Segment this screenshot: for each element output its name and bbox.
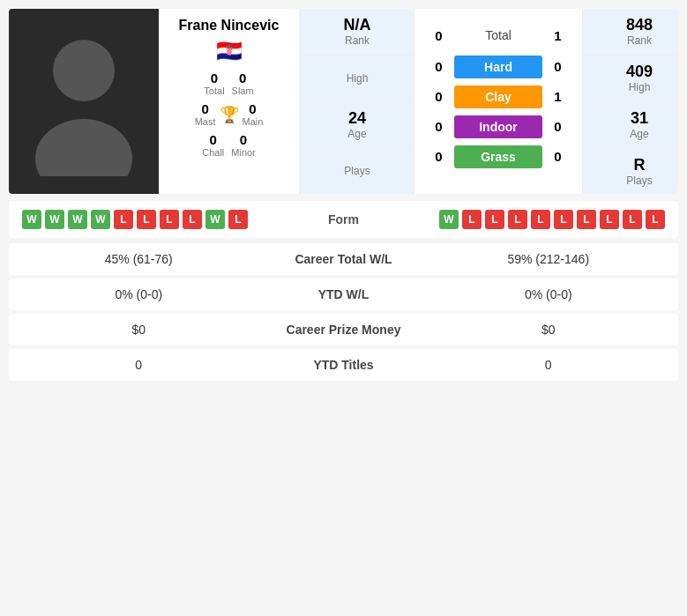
ytd-wl-right: 0% (0-0) xyxy=(432,287,666,301)
career-prize-right: $0 xyxy=(432,323,666,337)
ytd-wl-row: 0% (0-0) YTD W/L 0% (0-0) xyxy=(9,278,678,310)
form-badge: L xyxy=(646,210,665,229)
right-age-label: Age xyxy=(630,128,648,140)
grass-left-score: 0 xyxy=(423,149,454,164)
left-slam-value: 0 xyxy=(232,71,254,85)
left-main-value: 0 xyxy=(243,101,264,116)
form-badge: W xyxy=(91,210,110,229)
left-age-label: Age xyxy=(347,128,366,140)
form-badge: L xyxy=(623,210,642,229)
left-chall-value: 0 xyxy=(202,132,224,147)
ytd-titles-left: 0 xyxy=(22,358,256,372)
form-badge: W xyxy=(68,210,87,229)
right-form: WLLLLLLLLL xyxy=(397,210,666,229)
career-wl-label: Career Total W/L xyxy=(256,252,432,266)
left-chall-label: Chall xyxy=(202,147,224,158)
clay-button: Clay xyxy=(454,85,542,108)
ytd-titles-label: YTD Titles xyxy=(256,358,432,372)
right-high-value: 409 xyxy=(626,63,653,81)
total-right-score: 1 xyxy=(542,28,573,43)
left-plays-item: Plays xyxy=(301,148,414,194)
career-wl-row: 45% (61-76) Career Total W/L 59% (212-14… xyxy=(9,243,678,275)
right-age-value: 31 xyxy=(631,109,648,128)
surface-comparison: 0 Total 1 0 Hard 0 0 Clay 1 0 Indoor 0 xyxy=(414,9,582,194)
left-main-label: Main xyxy=(243,116,264,127)
career-prize-label: Career Prize Money xyxy=(256,323,432,337)
total-row: 0 Total 1 xyxy=(423,28,573,43)
left-player-photo xyxy=(9,9,159,194)
form-badge: W xyxy=(45,210,64,229)
clay-left-score: 0 xyxy=(423,89,454,104)
left-rank-item: N/A Rank xyxy=(301,9,414,56)
left-player-flag: 🇭🇷 xyxy=(216,39,243,63)
left-mast-value: 0 xyxy=(195,101,216,116)
form-badge: L xyxy=(160,210,179,229)
form-label: Form xyxy=(291,212,397,226)
form-badge: W xyxy=(205,210,225,229)
indoor-button: Indoor xyxy=(454,115,542,138)
right-rank-label: Rank xyxy=(627,34,652,47)
form-badge: L xyxy=(531,210,550,229)
left-minor-value: 0 xyxy=(231,132,256,147)
form-badge: L xyxy=(228,210,248,229)
grass-row: 0 Grass 0 xyxy=(423,145,573,168)
career-wl-right: 59% (212-146) xyxy=(432,252,666,266)
form-badge: L xyxy=(577,210,596,229)
ytd-titles-right: 0 xyxy=(432,358,666,372)
form-badge: L xyxy=(114,210,133,229)
hard-right-score: 0 xyxy=(542,59,573,74)
form-badge: L xyxy=(554,210,573,229)
left-total-value: 0 xyxy=(204,71,224,85)
left-age-item: 24 Age xyxy=(301,102,414,149)
form-badge: W xyxy=(439,210,459,229)
career-prize-left: $0 xyxy=(22,323,256,337)
form-badge: L xyxy=(485,210,504,229)
right-age-item: 31 Age xyxy=(583,102,678,149)
total-left-score: 0 xyxy=(423,28,454,43)
right-high-item: 409 High xyxy=(583,56,678,102)
indoor-left-score: 0 xyxy=(423,119,454,134)
right-plays-item: R Plays xyxy=(583,148,678,194)
left-stats-panel: N/A Rank High 24 Age Plays xyxy=(300,9,414,194)
clay-right-score: 1 xyxy=(542,89,573,104)
ytd-wl-label: YTD W/L xyxy=(256,287,432,301)
total-label: Total xyxy=(454,28,542,42)
main-container: Frane Nincevic 🇭🇷 0 Total 0 Slam 0 M xyxy=(0,0,687,393)
clay-row: 0 Clay 1 xyxy=(423,85,573,108)
left-rank-label: Rank xyxy=(345,34,370,47)
hard-row: 0 Hard 0 xyxy=(423,56,573,78)
right-rank-value: 848 xyxy=(626,16,653,34)
grass-button: Grass xyxy=(454,145,542,168)
left-player-name: Frane Nincevic xyxy=(179,18,280,33)
left-form: WWWWLLLLWL xyxy=(22,210,291,229)
right-plays-label: Plays xyxy=(626,174,652,187)
form-badge: L xyxy=(137,210,156,229)
svg-point-1 xyxy=(35,119,132,176)
grass-right-score: 0 xyxy=(542,149,573,164)
right-rank-item: 848 Rank xyxy=(583,9,678,56)
form-section: WWWWLLLLWL Form WLLLLLLLLL xyxy=(9,201,678,238)
right-high-label: High xyxy=(629,81,651,93)
left-high-label: High xyxy=(347,72,369,85)
form-badge: L xyxy=(462,210,482,229)
right-stats-panel: 848 Rank 409 High 31 Age R Plays xyxy=(582,9,678,194)
ytd-wl-left: 0% (0-0) xyxy=(22,287,256,301)
left-mast-label: Mast xyxy=(195,116,216,127)
left-age-value: 24 xyxy=(348,109,366,128)
form-badge: L xyxy=(508,210,527,229)
ytd-titles-row: 0 YTD Titles 0 xyxy=(9,349,678,381)
left-player-info: Frane Nincevic 🇭🇷 0 Total 0 Slam 0 M xyxy=(159,9,300,194)
career-wl-left: 45% (61-76) xyxy=(22,252,256,266)
svg-point-0 xyxy=(53,40,115,101)
left-slam-label: Slam xyxy=(232,85,254,96)
hard-left-score: 0 xyxy=(423,59,454,74)
indoor-row: 0 Indoor 0 xyxy=(423,115,573,138)
form-badge: L xyxy=(183,210,202,229)
form-badge: W xyxy=(22,210,41,229)
right-plays-value: R xyxy=(634,156,646,174)
left-trophy-icon: 🏆 xyxy=(220,105,239,124)
player-comparison-card: Frane Nincevic 🇭🇷 0 Total 0 Slam 0 M xyxy=(9,9,678,194)
indoor-right-score: 0 xyxy=(542,119,573,134)
career-prize-row: $0 Career Prize Money $0 xyxy=(9,314,678,345)
left-plays-label: Plays xyxy=(344,165,370,177)
